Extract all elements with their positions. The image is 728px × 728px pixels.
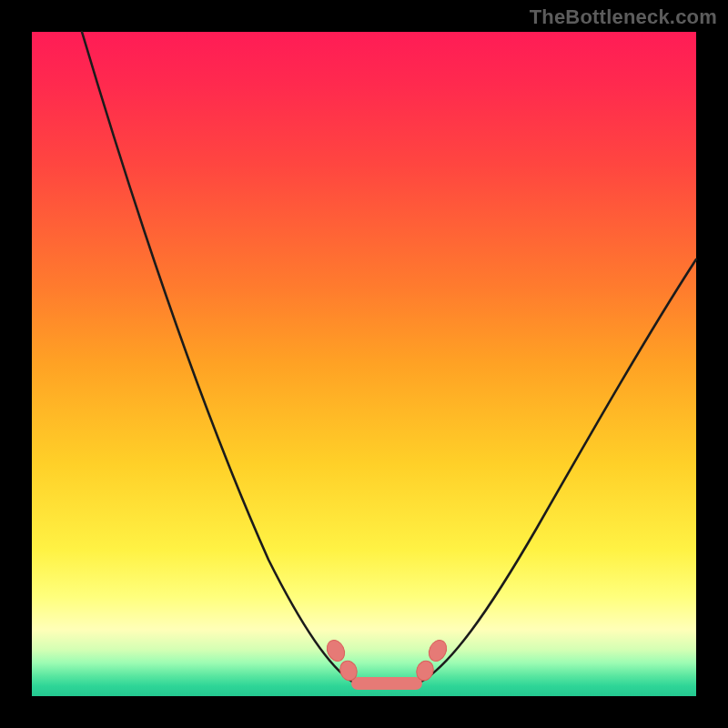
chart-frame: TheBottleneck.com xyxy=(0,0,728,728)
bottleneck-curve xyxy=(32,32,696,696)
plot-area xyxy=(32,32,696,696)
bead-left-upper xyxy=(324,637,348,663)
curve-right-branch xyxy=(421,259,696,682)
curve-left-branch xyxy=(82,32,352,682)
watermark-text: TheBottleneck.com xyxy=(530,5,717,29)
